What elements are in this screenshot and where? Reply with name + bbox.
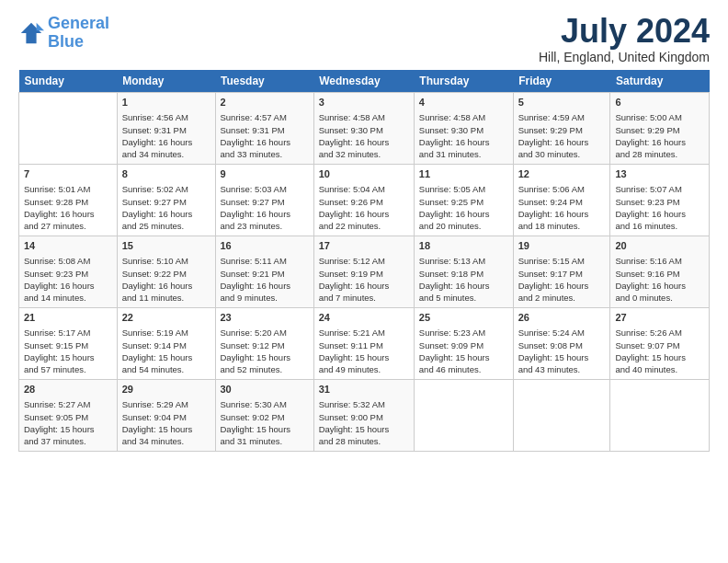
logo-line2: Blue [48,32,84,51]
day-number: 27 [615,311,704,325]
day-info: Sunrise: 5:24 AM Sunset: 9:08 PM Dayligh… [518,327,606,375]
day-info: Sunrise: 4:58 AM Sunset: 9:30 PM Dayligh… [319,111,409,160]
table-row: 21Sunrise: 5:17 AM Sunset: 9:15 PM Dayli… [19,308,118,380]
day-number: 1 [122,96,210,109]
logo: General Blue [18,15,109,52]
day-number: 3 [319,96,409,109]
day-info: Sunrise: 5:21 AM Sunset: 9:11 PM Dayligh… [319,327,409,375]
table-row: 28Sunrise: 5:27 AM Sunset: 9:05 PM Dayli… [19,380,118,452]
day-number: 17 [319,239,409,253]
table-row: 5Sunrise: 4:59 AM Sunset: 9:29 PM Daylig… [513,93,610,165]
week-row-2: 7Sunrise: 5:01 AM Sunset: 9:28 PM Daylig… [19,165,710,236]
day-number: 14 [24,239,112,253]
week-row-4: 21Sunrise: 5:17 AM Sunset: 9:15 PM Dayli… [19,308,710,380]
table-row: 8Sunrise: 5:02 AM Sunset: 9:27 PM Daylig… [117,165,215,236]
table-row: 30Sunrise: 5:30 AM Sunset: 9:02 PM Dayli… [215,380,313,452]
table-row: 1Sunrise: 4:56 AM Sunset: 9:31 PM Daylig… [117,93,215,165]
day-info: Sunrise: 5:19 AM Sunset: 9:14 PM Dayligh… [122,327,210,375]
day-info: Sunrise: 5:08 AM Sunset: 9:23 PM Dayligh… [24,255,112,304]
day-info: Sunrise: 5:32 AM Sunset: 9:00 PM Dayligh… [319,398,409,447]
day-number: 2 [221,96,309,109]
day-number: 6 [615,96,704,109]
day-number: 4 [419,96,508,109]
calendar-table: Sunday Monday Tuesday Wednesday Thursday… [18,70,710,452]
day-info: Sunrise: 4:59 AM Sunset: 9:29 PM Dayligh… [518,111,606,160]
col-wednesday: Wednesday [313,70,414,93]
table-row: 20Sunrise: 5:16 AM Sunset: 9:16 PM Dayli… [610,236,710,308]
col-saturday: Saturday [610,70,710,93]
month-title: July 2024 [539,15,710,48]
calendar-body: 1Sunrise: 4:56 AM Sunset: 9:31 PM Daylig… [19,93,710,452]
table-row: 25Sunrise: 5:23 AM Sunset: 9:09 PM Dayli… [414,308,513,380]
table-row: 9Sunrise: 5:03 AM Sunset: 9:27 PM Daylig… [215,165,313,236]
day-number: 10 [319,167,409,181]
table-row: 26Sunrise: 5:24 AM Sunset: 9:08 PM Dayli… [513,308,610,380]
table-row: 15Sunrise: 5:10 AM Sunset: 9:22 PM Dayli… [117,236,215,308]
table-row [19,93,118,165]
table-row: 13Sunrise: 5:07 AM Sunset: 9:23 PM Dayli… [610,165,710,236]
day-number: 9 [221,167,309,181]
day-info: Sunrise: 5:05 AM Sunset: 9:25 PM Dayligh… [419,183,508,232]
table-row: 31Sunrise: 5:32 AM Sunset: 9:00 PM Dayli… [313,380,414,452]
table-row: 11Sunrise: 5:05 AM Sunset: 9:25 PM Dayli… [414,165,513,236]
day-number: 24 [319,311,409,325]
day-number: 31 [319,383,409,396]
table-row: 22Sunrise: 5:19 AM Sunset: 9:14 PM Dayli… [117,308,215,380]
table-row: 10Sunrise: 5:04 AM Sunset: 9:26 PM Dayli… [313,165,414,236]
day-number: 8 [122,167,210,181]
day-info: Sunrise: 5:04 AM Sunset: 9:26 PM Dayligh… [319,183,409,232]
table-row [610,380,710,452]
col-thursday: Thursday [414,70,513,93]
day-info: Sunrise: 5:07 AM Sunset: 9:23 PM Dayligh… [615,183,704,232]
day-number: 13 [615,167,704,181]
day-number: 19 [518,239,606,253]
header: General Blue July 2024 Hill, England, Un… [18,15,710,64]
day-info: Sunrise: 5:01 AM Sunset: 9:28 PM Dayligh… [24,183,112,232]
day-number: 5 [518,96,606,109]
day-number: 20 [615,239,704,253]
table-row: 7Sunrise: 5:01 AM Sunset: 9:28 PM Daylig… [19,165,118,236]
day-info: Sunrise: 5:12 AM Sunset: 9:19 PM Dayligh… [319,255,409,304]
day-info: Sunrise: 5:03 AM Sunset: 9:27 PM Dayligh… [221,183,309,232]
table-row: 2Sunrise: 4:57 AM Sunset: 9:31 PM Daylig… [215,93,313,165]
day-info: Sunrise: 5:13 AM Sunset: 9:18 PM Dayligh… [419,255,508,304]
week-row-3: 14Sunrise: 5:08 AM Sunset: 9:23 PM Dayli… [19,236,710,308]
table-row [414,380,513,452]
day-info: Sunrise: 5:10 AM Sunset: 9:22 PM Dayligh… [122,255,210,304]
table-row [513,380,610,452]
week-row-5: 28Sunrise: 5:27 AM Sunset: 9:05 PM Dayli… [19,380,710,452]
table-row: 18Sunrise: 5:13 AM Sunset: 9:18 PM Dayli… [414,236,513,308]
table-row: 23Sunrise: 5:20 AM Sunset: 9:12 PM Dayli… [215,308,313,380]
day-info: Sunrise: 5:17 AM Sunset: 9:15 PM Dayligh… [24,327,112,375]
day-number: 21 [24,311,112,325]
col-monday: Monday [117,70,215,93]
table-row: 17Sunrise: 5:12 AM Sunset: 9:19 PM Dayli… [313,236,414,308]
day-info: Sunrise: 4:56 AM Sunset: 9:31 PM Dayligh… [122,111,210,160]
day-number: 25 [419,311,508,325]
day-number: 26 [518,311,606,325]
logo-text: General Blue [48,15,109,52]
day-info: Sunrise: 5:30 AM Sunset: 9:02 PM Dayligh… [221,398,309,447]
logo-line1: General [48,14,109,32]
header-row: Sunday Monday Tuesday Wednesday Thursday… [19,70,710,93]
page: General Blue July 2024 Hill, England, Un… [0,0,728,461]
day-info: Sunrise: 5:02 AM Sunset: 9:27 PM Dayligh… [122,183,210,232]
day-number: 30 [221,383,309,396]
table-row: 3Sunrise: 4:58 AM Sunset: 9:30 PM Daylig… [313,93,414,165]
day-number: 15 [122,239,210,253]
table-row: 27Sunrise: 5:26 AM Sunset: 9:07 PM Dayli… [610,308,710,380]
day-info: Sunrise: 5:00 AM Sunset: 9:29 PM Dayligh… [615,111,704,160]
day-number: 12 [518,167,606,181]
day-number: 23 [221,311,309,325]
day-number: 11 [419,167,508,181]
week-row-1: 1Sunrise: 4:56 AM Sunset: 9:31 PM Daylig… [19,93,710,165]
day-info: Sunrise: 5:16 AM Sunset: 9:16 PM Dayligh… [615,255,704,304]
col-sunday: Sunday [19,70,118,93]
day-info: Sunrise: 4:57 AM Sunset: 9:31 PM Dayligh… [221,111,309,160]
day-info: Sunrise: 5:27 AM Sunset: 9:05 PM Dayligh… [24,398,112,447]
svg-marker-1 [37,23,44,30]
table-row: 16Sunrise: 5:11 AM Sunset: 9:21 PM Dayli… [215,236,313,308]
table-row: 12Sunrise: 5:06 AM Sunset: 9:24 PM Dayli… [513,165,610,236]
day-info: Sunrise: 5:06 AM Sunset: 9:24 PM Dayligh… [518,183,606,232]
day-number: 18 [419,239,508,253]
